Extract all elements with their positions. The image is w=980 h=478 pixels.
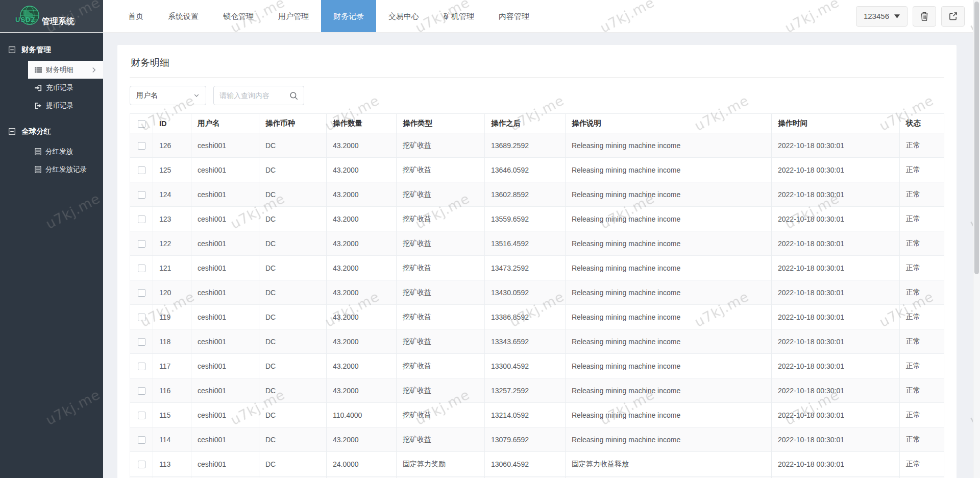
sidebar-item-withdraw-records[interactable]: 提币记录 xyxy=(28,97,103,114)
cell-after: 13079.6592 xyxy=(485,427,566,452)
table-row: 118ceshi001DC43.2000挖矿收益13343.6592Releas… xyxy=(130,329,944,354)
row-checkbox[interactable] xyxy=(138,166,145,174)
tab-lock-management[interactable]: 锁仓管理 xyxy=(211,0,266,32)
row-checkbox[interactable] xyxy=(138,461,145,468)
cell-amount: 43.2000 xyxy=(327,158,397,182)
cell-status: 正常 xyxy=(900,231,944,256)
sidebar-item-label: 充币记录 xyxy=(46,83,74,92)
row-checkbox[interactable] xyxy=(138,436,145,444)
filter-bar: 用户名 xyxy=(130,86,944,105)
row-checkbox[interactable] xyxy=(138,240,145,248)
cell-time: 2022-10-18 00:30:01 xyxy=(772,207,900,231)
cell-id: 121 xyxy=(153,256,191,280)
user-dropdown[interactable]: 123456 xyxy=(856,6,908,27)
cell-amount: 24.0000 xyxy=(327,452,397,476)
search-input[interactable] xyxy=(219,91,289,100)
table-row: 125ceshi001DC43.2000挖矿收益13646.0592Releas… xyxy=(130,158,944,182)
cell-coin: DC xyxy=(259,452,327,476)
cell-desc: Releasing mining machine income xyxy=(566,354,772,378)
column-header-after: 操作之后 xyxy=(485,114,566,133)
table-row-partial xyxy=(130,476,944,478)
chevron-down-icon xyxy=(193,92,200,99)
tab-finance-records[interactable]: 财务记录 xyxy=(321,0,376,32)
cell-time: 2022-10-18 00:30:01 xyxy=(772,427,900,452)
cell-status: 正常 xyxy=(900,256,944,280)
cell-status: 正常 xyxy=(900,452,944,476)
document-icon xyxy=(35,148,41,155)
topbar: USDZ 管理系统 首页系统设置锁仓管理用户管理财务记录交易中心矿机管理内容管理… xyxy=(0,0,980,33)
cell-type: 挖矿收益 xyxy=(397,133,485,158)
cell-amount: 43.2000 xyxy=(327,354,397,378)
search-field-select[interactable]: 用户名 xyxy=(130,86,206,105)
sidebar-section-finance-management[interactable]: 财务管理 xyxy=(0,33,103,61)
column-header-amount: 操作数量 xyxy=(327,114,397,133)
row-checkbox[interactable] xyxy=(138,216,145,223)
sidebar-section-label: 全球分红 xyxy=(21,127,51,136)
tab-home[interactable]: 首页 xyxy=(116,0,156,32)
document-icon xyxy=(35,166,41,173)
row-checkbox[interactable] xyxy=(138,363,145,370)
app-logo[interactable]: USDZ 管理系统 xyxy=(0,0,103,32)
cell-coin: DC xyxy=(259,133,327,158)
cell-coin: DC xyxy=(259,329,327,354)
cell-type: 挖矿收益 xyxy=(397,231,485,256)
cell-desc: Releasing mining machine income xyxy=(566,329,772,354)
cell-after: 13430.0592 xyxy=(485,280,566,305)
row-checkbox[interactable] xyxy=(138,338,145,346)
column-header-coin: 操作币种 xyxy=(259,114,327,133)
cell-amount: 43.2000 xyxy=(327,256,397,280)
row-checkbox[interactable] xyxy=(138,289,145,297)
scrollbar-thumb[interactable] xyxy=(974,2,979,274)
column-header-id: ID xyxy=(153,114,191,133)
sidebar-item-deposit-records[interactable]: 充币记录 xyxy=(28,79,103,97)
cell-username: ceshi001 xyxy=(191,329,259,354)
cell-id: 124 xyxy=(153,182,191,207)
cell-type: 挖矿收益 xyxy=(397,280,485,305)
sidebar-item-label: 提币记录 xyxy=(46,101,74,110)
row-checkbox[interactable] xyxy=(138,412,145,419)
row-checkbox[interactable] xyxy=(138,142,145,150)
sidebar-item-dividend-issue[interactable]: 分红发放 xyxy=(28,142,103,160)
table-row: 121ceshi001DC43.2000挖矿收益13473.2592Releas… xyxy=(130,256,944,280)
select-all-checkbox[interactable] xyxy=(138,120,145,128)
cell-coin: DC xyxy=(259,256,327,280)
topnav: 首页系统设置锁仓管理用户管理财务记录交易中心矿机管理内容管理 xyxy=(116,0,542,32)
table-row: 115ceshi001DC110.4000挖矿收益13214.0592Relea… xyxy=(130,403,944,427)
cell-status: 正常 xyxy=(900,354,944,378)
trash-button[interactable] xyxy=(913,6,936,27)
topbar-actions: 123456 xyxy=(856,0,980,32)
row-checkbox[interactable] xyxy=(138,265,145,272)
cell-desc: Releasing mining machine income xyxy=(566,207,772,231)
cell-username: ceshi001 xyxy=(191,158,259,182)
cell-desc: Releasing mining machine income xyxy=(566,403,772,427)
cell-after: 13386.8592 xyxy=(485,305,566,329)
tab-user-management[interactable]: 用户管理 xyxy=(266,0,321,32)
minus-box-icon xyxy=(9,128,15,135)
sidebar-item-dividend-issue-records[interactable]: 分红发放记录 xyxy=(28,160,103,178)
cell-amount: 43.2000 xyxy=(327,280,397,305)
tab-trade-center[interactable]: 交易中心 xyxy=(376,0,431,32)
row-checkbox[interactable] xyxy=(138,387,145,395)
row-checkbox[interactable] xyxy=(138,314,145,321)
tab-system-settings[interactable]: 系统设置 xyxy=(156,0,211,32)
sidebar-item-finance-detail[interactable]: 财务明细 xyxy=(28,61,103,79)
cell-username: ceshi001 xyxy=(191,207,259,231)
column-header-username: 用户名 xyxy=(191,114,259,133)
vertical-scrollbar[interactable] xyxy=(973,0,980,478)
cell-time: 2022-10-18 00:30:01 xyxy=(772,158,900,182)
cell-status: 正常 xyxy=(900,403,944,427)
finance-table: ID用户名操作币种操作数量操作类型操作之后操作说明操作时间状态 126ceshi… xyxy=(130,113,944,478)
logout-button[interactable] xyxy=(941,6,965,27)
tab-miner-management[interactable]: 矿机管理 xyxy=(431,0,486,32)
cell-type: 固定算力奖励 xyxy=(397,452,485,476)
cell-desc: Releasing mining machine income xyxy=(566,378,772,403)
cell-id: 115 xyxy=(153,403,191,427)
row-checkbox[interactable] xyxy=(138,191,145,199)
main-content: 财务明细 用户名 xyxy=(103,33,973,478)
cell-time: 2022-10-18 00:30:01 xyxy=(772,452,900,476)
tab-content-management[interactable]: 内容管理 xyxy=(486,0,542,32)
sidebar-section-global-dividend[interactable]: 全球分红 xyxy=(0,114,103,142)
search-icon[interactable] xyxy=(289,91,298,100)
list-icon xyxy=(35,66,42,74)
cell-type: 挖矿收益 xyxy=(397,427,485,452)
